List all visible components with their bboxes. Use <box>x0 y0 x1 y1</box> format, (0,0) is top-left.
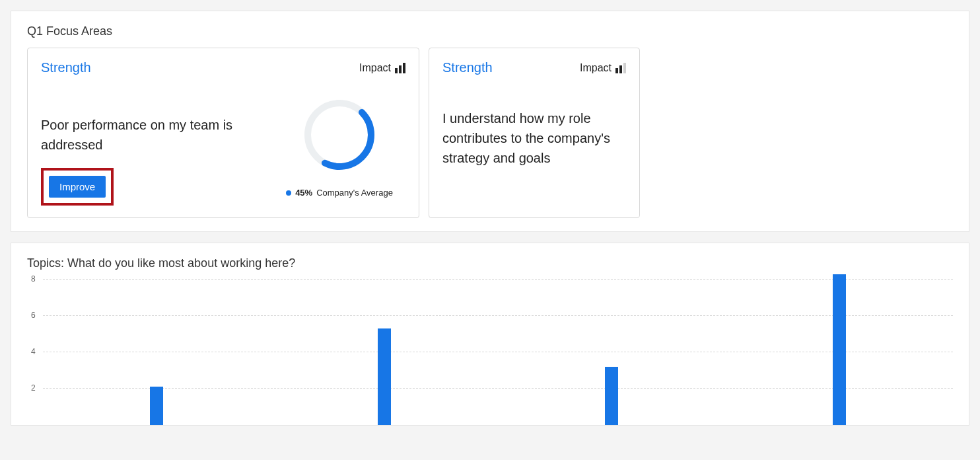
legend-dot-icon <box>286 190 291 196</box>
y-tick-label: 6 <box>31 311 36 320</box>
card-body-left: Poor performance on my team is addressed… <box>41 115 273 206</box>
card-header: Strength Impact <box>442 60 626 75</box>
donut-legend: 45% Company's Average <box>286 188 393 198</box>
topics-title: Topics: What do you like most about work… <box>27 256 953 270</box>
svg-point-1 <box>300 95 379 174</box>
focus-cards-row: Strength Impact Poor performance on my t… <box>27 48 953 218</box>
signal-bars-icon <box>615 63 626 73</box>
impact-indicator: Impact <box>580 62 626 74</box>
improve-highlight-box: Improve <box>41 168 114 206</box>
bar[interactable] <box>605 367 618 425</box>
strength-link[interactable]: Strength <box>442 60 493 75</box>
card-body: Poor performance on my team is addressed… <box>41 115 405 206</box>
y-tick-label: 2 <box>31 383 36 393</box>
legend-percent: 45% <box>295 188 312 198</box>
focus-card-2: Strength Impact I understand how my role… <box>429 48 640 218</box>
donut-chart-icon <box>300 95 379 174</box>
improve-button[interactable]: Improve <box>49 176 106 198</box>
focus-statement: Poor performance on my team is addressed <box>41 115 260 155</box>
impact-indicator: Impact <box>359 62 405 74</box>
bar[interactable] <box>150 387 163 425</box>
donut-chart-wrap: 45% Company's Average <box>273 95 405 206</box>
legend-text: Company's Average <box>316 188 393 198</box>
focus-areas-title: Q1 Focus Areas <box>27 24 953 38</box>
bars-layer <box>43 280 953 425</box>
impact-label: Impact <box>580 62 612 74</box>
y-tick-label: 4 <box>31 347 36 356</box>
impact-label: Impact <box>359 62 391 74</box>
focus-areas-panel: Q1 Focus Areas Strength Impact Poor perf… <box>11 11 969 232</box>
topics-bar-chart: 2468 <box>27 280 953 425</box>
focus-statement: I understand how my role contributes to … <box>442 108 626 168</box>
bar[interactable] <box>833 274 846 425</box>
focus-card-1: Strength Impact Poor performance on my t… <box>27 48 419 218</box>
y-tick-label: 8 <box>31 274 36 284</box>
topics-panel: Topics: What do you like most about work… <box>11 243 969 426</box>
signal-bars-icon <box>395 63 405 73</box>
card-header: Strength Impact <box>41 60 405 75</box>
strength-link[interactable]: Strength <box>41 60 91 75</box>
bar[interactable] <box>378 328 391 425</box>
